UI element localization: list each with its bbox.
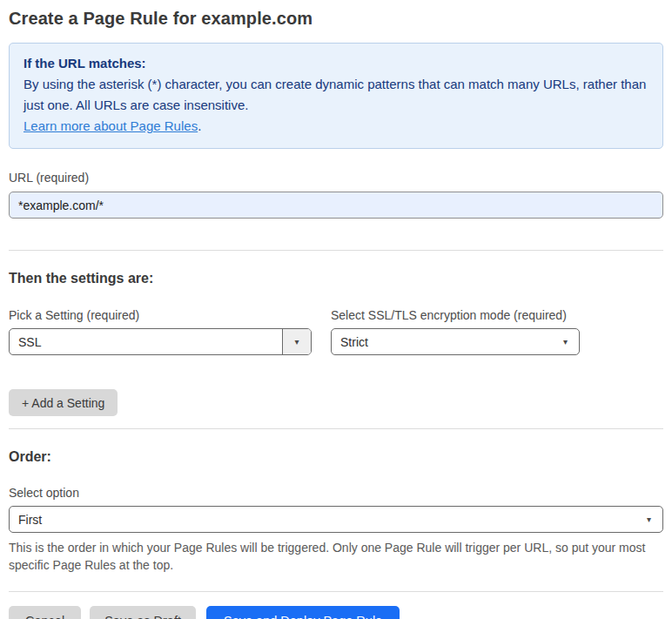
url-match-info-callout: If the URL matches: By using the asteris… — [9, 43, 663, 149]
add-setting-button[interactable]: + Add a Setting — [9, 389, 118, 416]
create-page-rule-form: Create a Page Rule for example.com If th… — [0, 0, 672, 619]
chevron-down-icon: ▾ — [556, 338, 579, 347]
info-callout-body: By using the asterisk (*) character, you… — [24, 74, 648, 116]
chevron-down-icon: ▾ — [640, 515, 662, 524]
url-field-label: URL (required) — [9, 171, 663, 185]
order-select-label: Select option — [9, 486, 663, 500]
order-section-heading: Order: — [9, 449, 663, 465]
setting-picker-label: Pick a Setting (required) — [9, 308, 312, 322]
save-as-draft-button[interactable]: Save as Draft — [90, 606, 196, 619]
page-title: Create a Page Rule for example.com — [9, 9, 663, 29]
order-help-text: This is the order in which your Page Rul… — [9, 539, 663, 574]
settings-section-heading: Then the settings are: — [9, 271, 663, 286]
settings-pickers-row: Pick a Setting (required) SSL ▾ Select S… — [9, 308, 663, 355]
info-callout-heading: If the URL matches: — [24, 53, 648, 74]
info-callout-link-line: Learn more about Page Rules. — [24, 116, 648, 137]
form-action-row: Cancel Save as Draft Save and Deploy Pag… — [9, 606, 663, 619]
ssl-mode-value: Strict — [332, 335, 556, 349]
save-and-deploy-button[interactable]: Save and Deploy Page Rule — [206, 606, 400, 619]
order-value: First — [10, 513, 640, 527]
setting-picker-value: SSL — [10, 335, 282, 349]
setting-picker-group: Pick a Setting (required) SSL ▾ — [9, 308, 312, 355]
url-input[interactable] — [9, 192, 663, 219]
setting-picker-dropdown[interactable]: SSL ▾ — [9, 328, 312, 355]
link-period: . — [198, 118, 201, 133]
ssl-mode-picker-group: Select SSL/TLS encryption mode (required… — [331, 308, 580, 355]
ssl-mode-picker-label: Select SSL/TLS encryption mode (required… — [331, 308, 580, 322]
learn-more-link[interactable]: Learn more about Page Rules — [24, 118, 198, 133]
ssl-mode-dropdown[interactable]: Strict ▾ — [331, 328, 580, 355]
order-dropdown[interactable]: First ▾ — [9, 506, 663, 533]
divider — [9, 250, 663, 251]
cancel-button[interactable]: Cancel — [9, 606, 81, 619]
divider — [9, 428, 663, 429]
chevron-down-icon[interactable]: ▾ — [282, 329, 311, 354]
divider — [9, 591, 663, 592]
